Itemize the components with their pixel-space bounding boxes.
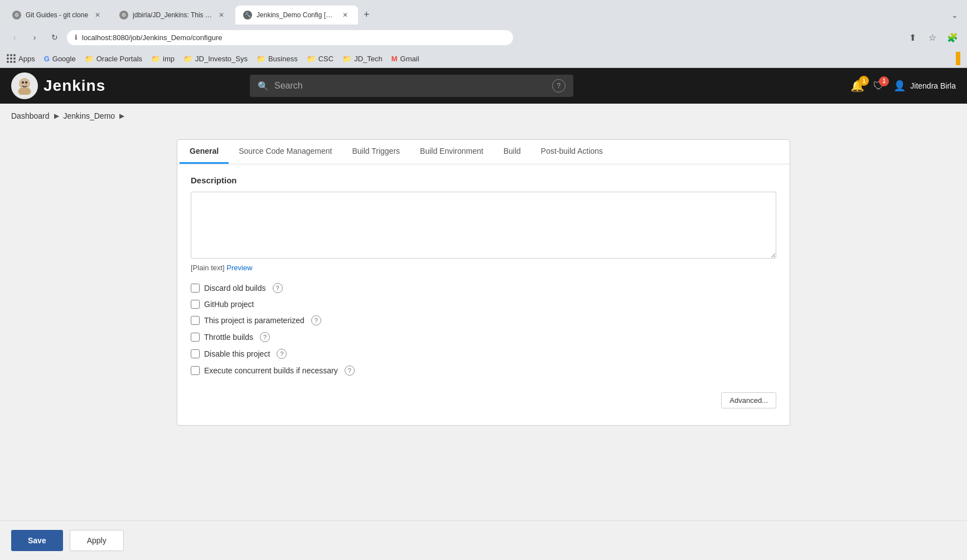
jdinvesto-label: JD_Investo_Sys — [195, 55, 248, 63]
help-icon-concurrent[interactable]: ? — [345, 366, 355, 376]
gmail-label: Gmail — [400, 55, 419, 63]
preview-link[interactable]: Preview — [226, 264, 252, 272]
breadcrumb-sep-2: ▶ — [119, 112, 124, 120]
tab-jdbirla[interactable]: ⚙ jdbirla/JD_Jenkins: This repositor... … — [112, 6, 234, 25]
apps-bookmark[interactable]: Apps — [7, 54, 35, 63]
checkbox-discard-label: Discard old builds — [204, 284, 266, 293]
tab-title-2: jdbirla/JD_Jenkins: This repositor... — [133, 11, 212, 19]
jdtech-bookmark[interactable]: 📁 JD_Tech — [342, 55, 383, 63]
config-panel: General Source Code Management Build Tri… — [177, 139, 790, 426]
notifications-button[interactable]: 🔔 1 — [850, 79, 864, 92]
refresh-button[interactable]: ↻ — [47, 30, 62, 45]
tab-general[interactable]: General — [180, 140, 229, 164]
csc-label: CSC — [318, 55, 333, 63]
jenkins-actions: 🔔 1 🛡 1 👤 Jitendra Birla — [850, 79, 956, 92]
textarea-controls: [Plain text] Preview — [191, 264, 776, 272]
imp-bookmark[interactable]: 📁 imp — [151, 55, 175, 63]
help-icon-throttle[interactable]: ? — [260, 332, 270, 342]
browser-tab-bar: ⚙ Git Guides - git clone ✕ ⚙ jdbirla/JD_… — [0, 0, 967, 25]
checkbox-parameterized[interactable]: This project is parameterized ? — [191, 315, 776, 325]
checkbox-discard-builds[interactable]: Discard old builds ? — [191, 283, 776, 293]
oracle-bookmark[interactable]: 📁 Oracle Portals — [85, 55, 142, 63]
checkbox-disable[interactable]: Disable this project ? — [191, 349, 776, 359]
notifications-badge: 1 — [859, 76, 869, 86]
address-bar[interactable]: ℹ localhost:8080/job/Jenkins_Demo/config… — [67, 30, 513, 45]
main-content: General Source Code Management Build Tri… — [0, 128, 967, 426]
user-icon: 👤 — [893, 80, 906, 92]
checkbox-throttle-input[interactable] — [191, 333, 200, 342]
tab-overflow-button[interactable]: ⌄ — [947, 6, 963, 24]
tab-title-1: Git Guides - git clone — [26, 11, 88, 19]
tab-close-2[interactable]: ✕ — [216, 10, 226, 20]
back-button[interactable]: ‹ — [7, 30, 22, 45]
breadcrumb: Dashboard ▶ Jenkins_Demo ▶ — [0, 104, 967, 128]
tab-build[interactable]: Build — [494, 140, 531, 164]
username: Jitendra Birla — [910, 81, 956, 90]
user-menu-button[interactable]: 👤 Jitendra Birla — [893, 80, 956, 92]
share-button[interactable]: ⬆ — [905, 30, 920, 45]
plain-text-label: [Plain text] — [191, 264, 225, 272]
checkbox-discard-input[interactable] — [191, 284, 200, 293]
lock-icon: ℹ — [75, 33, 78, 41]
security-button[interactable]: 🛡 1 — [873, 80, 884, 92]
business-bookmark[interactable]: 📁 Business — [257, 55, 298, 63]
help-icon-disable[interactable]: ? — [277, 349, 287, 359]
checkbox-github-project[interactable]: GitHub project — [191, 300, 776, 309]
imp-icon: 📁 — [151, 55, 160, 63]
description-label: Description — [191, 176, 776, 185]
address-bar-row: ‹ › ↻ ℹ localhost:8080/job/Jenkins_Demo/… — [0, 25, 967, 50]
breadcrumb-dashboard[interactable]: Dashboard — [11, 111, 50, 120]
business-label: Business — [268, 55, 298, 63]
checkbox-concurrent-input[interactable] — [191, 366, 200, 375]
checkbox-parameterized-input[interactable] — [191, 316, 200, 325]
apps-grid-icon — [7, 54, 16, 63]
gmail-icon: M — [391, 55, 398, 63]
description-textarea[interactable] — [191, 192, 776, 259]
jenkins-logo-icon — [11, 72, 38, 99]
tab-git-guides[interactable]: ⚙ Git Guides - git clone ✕ — [4, 6, 110, 25]
csc-icon: 📁 — [307, 55, 316, 63]
yellow-stripe — [956, 52, 960, 65]
tab-favicon-2: ⚙ — [119, 11, 128, 20]
forward-button[interactable]: › — [27, 30, 42, 45]
checkbox-disable-input[interactable] — [191, 349, 200, 358]
tab-close-3[interactable]: ✕ — [340, 10, 350, 20]
search-input[interactable] — [274, 81, 547, 91]
tab-build-triggers[interactable]: Build Triggers — [342, 140, 410, 164]
checkbox-github-input[interactable] — [191, 300, 200, 309]
oracle-label: Oracle Portals — [96, 55, 142, 63]
help-icon-parameterized[interactable]: ? — [311, 315, 321, 325]
tab-source-code-management[interactable]: Source Code Management — [229, 140, 342, 164]
jenkins-title: Jenkins — [43, 77, 105, 95]
tab-post-build-actions[interactable]: Post-build Actions — [531, 140, 613, 164]
jenkins-search-bar[interactable]: 🔍 ? — [250, 75, 573, 97]
bookmarks-bar: Apps G Google 📁 Oracle Portals 📁 imp 📁 J… — [0, 50, 967, 68]
advanced-button[interactable]: Advanced... — [721, 392, 776, 408]
search-help-icon[interactable]: ? — [552, 79, 565, 92]
extensions-button[interactable]: 🧩 — [945, 30, 960, 45]
jenkins-logo[interactable]: Jenkins — [11, 72, 105, 99]
security-badge: 1 — [879, 76, 889, 86]
google-bookmark[interactable]: G Google — [44, 55, 76, 63]
checkbox-concurrent[interactable]: Execute concurrent builds if necessary ? — [191, 366, 776, 376]
checkbox-throttle[interactable]: Throttle builds ? — [191, 332, 776, 342]
tab-build-environment[interactable]: Build Environment — [410, 140, 494, 164]
gmail-bookmark[interactable]: M Gmail — [391, 55, 419, 63]
imp-label: imp — [163, 55, 175, 63]
jdinvesto-bookmark[interactable]: 📁 JD_Investo_Sys — [183, 55, 248, 63]
checkbox-parameterized-label: This project is parameterized — [204, 316, 304, 325]
tab-jenkins-config[interactable]: 🔧 Jenkins_Demo Config [Jenkins] ✕ — [235, 6, 358, 25]
new-tab-button[interactable]: + — [359, 4, 374, 25]
jdinvesto-icon: 📁 — [183, 55, 192, 63]
jdtech-label: JD_Tech — [354, 55, 383, 63]
help-icon-discard[interactable]: ? — [273, 283, 283, 293]
oracle-icon: 📁 — [85, 55, 94, 63]
csc-bookmark[interactable]: 📁 CSC — [307, 55, 333, 63]
jdtech-icon: 📁 — [342, 55, 351, 63]
tab-close-1[interactable]: ✕ — [93, 10, 103, 20]
breadcrumb-sep-1: ▶ — [54, 112, 59, 120]
tab-favicon-3: 🔧 — [243, 11, 252, 20]
business-icon: 📁 — [257, 55, 265, 63]
bookmark-button[interactable]: ☆ — [925, 30, 940, 45]
breadcrumb-jenkins-demo[interactable]: Jenkins_Demo — [64, 111, 115, 120]
